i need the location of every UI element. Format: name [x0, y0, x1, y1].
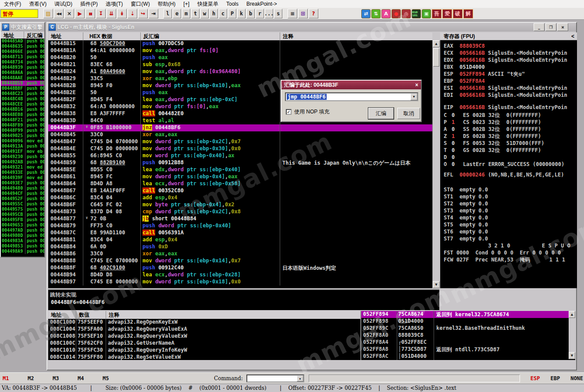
run-to-return-button[interactable]: ↪ — [138, 9, 148, 18]
search-result-row[interactable]: 0044980Dpush 00 — [1, 233, 44, 238]
menu-item-d[interactable]: 调试(D) — [50, 0, 76, 8]
cancel-button[interactable]: 取消 — [397, 108, 420, 119]
plugin-binary-button[interactable]: 010 101 — [412, 9, 421, 18]
memory-breakpoint-m1[interactable]: M1 — [3, 375, 13, 381]
brand-button-0[interactable]: 吾 — [432, 9, 442, 18]
windows-button[interactable]: ⊞ — [298, 9, 308, 18]
disasm-row[interactable]: 00448B6C83C4 04add esp,0x4 — [48, 194, 432, 201]
fpu-st-row[interactable]: ST7empty 0.0 — [444, 236, 488, 242]
search-result-row[interactable]: 004497ADpush 00 — [1, 228, 44, 233]
search-result-row[interactable]: 00448F21push 00 — [1, 117, 44, 123]
disasm-row[interactable]: 00448B6FC645 FC 02mov byte ptr ss:[ebp-0… — [48, 201, 432, 208]
disasm-row[interactable]: 00448B2050push eax — [48, 54, 432, 61]
register-row[interactable]: ESP052FF894 ASCII "t夹u" — [444, 71, 525, 77]
pane-button-k[interactable]: k — [237, 9, 246, 18]
search-result-row[interactable]: 0044866Epush 00 — [1, 49, 44, 54]
search-result-row[interactable]: 00448C4Bpush 00 — [1, 96, 44, 102]
dropdown-arrow-icon[interactable]: ▼ — [410, 93, 417, 100]
restore-button[interactable]: ❐ — [545, 23, 556, 31]
dump-row[interactable]: 008C101075F5FC30advapi32.RegQueryInfoKey… — [48, 347, 360, 354]
search-result-row[interactable]: 00449025push 00 — [1, 133, 44, 138]
plugin-swap-button[interactable]: ⇄ — [361, 9, 370, 18]
go-back-button[interactable]: ◀◀ — [54, 9, 64, 18]
close-module-button[interactable]: × — [64, 9, 74, 18]
pause-button[interactable]: ▮▮ — [85, 9, 95, 18]
assemble-dialog-titlebar[interactable]: 汇编于此处: 00448B3F × — [281, 81, 421, 89]
nop-fill-option[interactable]: ✓ 使用 NOP 填充 — [286, 108, 329, 116]
menu-item-t[interactable]: 选项(T) — [102, 0, 127, 8]
dump-row[interactable]: 008C100075F5EEF0advapi32.RegOpenKeyExW — [48, 319, 360, 326]
animate-into-button[interactable]: ↡ — [117, 9, 127, 18]
column-header-address[interactable]: 地址 — [48, 32, 83, 40]
disasm-row[interactable]: 00448B77∨72 0Bjb short 00448B84 — [48, 215, 432, 222]
search-result-row[interactable]: 0044955Cpush 00 — [1, 201, 44, 207]
pane-button-s[interactable]: s — [274, 9, 282, 18]
search-result-row[interactable]: 0044952Fpush 00 — [1, 196, 44, 201]
menu-item-[interactable]: [+] — [179, 0, 193, 8]
search-result-row[interactable]: 00448939push 00 — [1, 65, 44, 70]
disasm-row[interactable]: 00448B846A 0Dpush 0xD — [48, 244, 432, 251]
pane-button-e[interactable]: e — [173, 9, 181, 18]
flag-row[interactable]: Z1DS 002B 32位 0(FFFFFFFF) — [444, 133, 541, 139]
search-result-row[interactable]: 004494CFpush 00 — [1, 191, 44, 196]
flag-row[interactable]: A0SS 002B 32位 0(FFFFFFFF) — [444, 126, 541, 132]
animate-over-button[interactable]: ⇣ — [128, 9, 137, 18]
search-result-row[interactable]: 00448AAEpush 00 — [1, 75, 44, 81]
fpu-st-row[interactable]: ST4empty 0.0 — [444, 215, 488, 221]
run-to-cursor-button[interactable]: ⇥ — [149, 9, 158, 18]
column-header-hex[interactable]: HEX 数据 — [83, 32, 141, 40]
disasm-row[interactable]: 00448B648D4D A8lea ecx,dword ptr ss:[ebp… — [48, 180, 432, 187]
close-icon[interactable]: × — [415, 81, 418, 89]
register-row-efl[interactable]: EFL00000246 (NO,NB,E,BE,NS,PE,GE,LE) — [444, 172, 564, 178]
column-header-disasm[interactable]: 反汇编 — [141, 32, 280, 40]
column-header-value[interactable]: 数值 — [76, 311, 106, 319]
pane-button-m[interactable]: m — [182, 9, 190, 18]
search-result-row[interactable]: 0044913Apush 00 — [1, 144, 44, 149]
search-result-row[interactable]: 00448C23push 00 — [1, 91, 44, 96]
menu-item-breakpoint[interactable]: BreakPoint-> — [242, 0, 281, 8]
scroll-down-icon[interactable]: ▼ — [569, 352, 575, 359]
register-row[interactable]: EAX888039C8 — [444, 43, 488, 49]
search-window-titlebar[interactable]: P 中文搜索引擎 — [1, 23, 44, 32]
stack-scrollbar[interactable]: ▲ ▼ — [569, 311, 575, 359]
disasm-row[interactable]: 00448B5968 882B9100push 00912B88This Gam… — [48, 159, 432, 166]
open-file-button[interactable]: ▨ — [43, 9, 53, 18]
register-row[interactable]: ESI0056616B SiglusEn.<ModuleEntryPoin — [444, 85, 567, 91]
stack-row[interactable]: 052FF8A4┌052FF8EC — [361, 339, 575, 346]
disasm-row[interactable]: 00448B618945 FCmov dword ptr ss:[ebp-0x4… — [48, 173, 432, 180]
search-result-row[interactable]: 00449575push 00 — [1, 207, 44, 212]
flag-row[interactable]: D0 — [444, 154, 463, 160]
stack-frame-label-none[interactable]: NONE — [570, 375, 583, 381]
fpu-st-row[interactable]: ST5empty 0.0 — [444, 222, 488, 228]
search-result-row[interactable]: 00448713push 00 — [1, 54, 44, 60]
pane-button-w[interactable]: w — [200, 9, 209, 18]
help-button[interactable]: ? — [309, 9, 318, 18]
pane-button-b[interactable]: b — [246, 9, 255, 18]
column-header-address[interactable]: 地址 — [48, 311, 76, 319]
search-result-row[interactable]: 004495CBpush 00 — [1, 212, 44, 217]
run-button[interactable]: ▶ — [75, 9, 85, 18]
menu-item-f[interactable]: 文件(F) — [0, 0, 25, 8]
search-result-row[interactable]: 004495FBpush 00 — [1, 217, 44, 222]
disasm-scrollbar[interactable]: ▲ ▼ — [432, 40, 439, 288]
register-row[interactable]: ECX0056616B SiglusEn.<ModuleEntryPoin — [444, 50, 567, 56]
disasm-row[interactable]: 00448B4EC745 D0 0000000mov dword ptr ss:… — [48, 145, 432, 152]
search-result-row[interactable]: 004491EFmov eb — [1, 149, 44, 154]
assemble-input[interactable]: jmp 00448BF6 ▼ — [285, 92, 418, 101]
disasm-row[interactable]: 00448B8F68 402C9100push 00912C40日本语版Wind… — [48, 265, 432, 272]
menu-item-p[interactable]: 插件(P) — [76, 0, 102, 8]
column-header-comment[interactable]: 注释 — [106, 311, 360, 319]
search-result-row[interactable]: 00449480push 00 — [1, 186, 44, 191]
search-result-row[interactable]: 00449853push 00 — [1, 244, 44, 249]
stack-row[interactable]: 052FF8AC│051D4000 — [361, 353, 575, 360]
memory-breakpoint-m5[interactable]: M5 — [103, 375, 113, 381]
stack-row[interactable]: 052FF89C75CA8650kernel32.BaseThreadInitT… — [361, 325, 575, 332]
search-result-row[interactable]: 0044939Fmov ed — [1, 175, 44, 180]
checkbox-checked-icon[interactable]: ✓ — [286, 109, 292, 115]
close-button[interactable]: × — [557, 23, 568, 31]
dump-row[interactable]: 008C100475F5FA00advapi32.RegQueryValueEx… — [48, 326, 360, 333]
fpu-status-line[interactable]: FCW 027F Prec NEAR,53 掩码 1 1 1 — [444, 257, 565, 263]
search-result-row[interactable]: 0044933Epush 00 — [1, 170, 44, 175]
command-input[interactable]: ▼ — [246, 374, 304, 382]
pane-button-h[interactable]: h — [210, 9, 218, 18]
